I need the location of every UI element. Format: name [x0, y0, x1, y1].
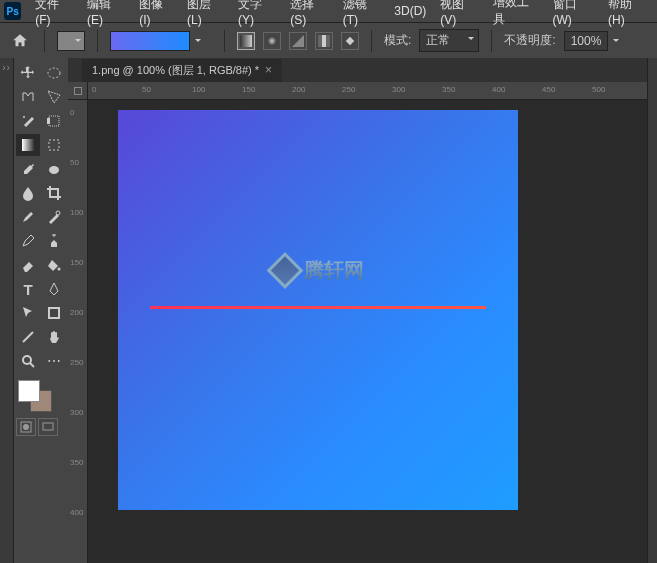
svg-point-12 — [56, 211, 60, 215]
opacity-input[interactable]: 100% — [564, 31, 609, 51]
svg-point-13 — [58, 268, 61, 271]
svg-rect-14 — [49, 308, 59, 318]
svg-rect-8 — [47, 118, 50, 124]
gradient-tool-icon[interactable] — [16, 134, 40, 156]
watermark-logo-icon — [267, 252, 304, 289]
menu-window[interactable]: 窗口(W) — [547, 0, 600, 29]
divider — [491, 30, 492, 52]
divider — [44, 30, 45, 52]
svg-rect-20 — [43, 423, 53, 430]
menu-edit[interactable]: 编辑(E) — [81, 0, 131, 29]
home-button[interactable] — [8, 29, 32, 53]
menu-help[interactable]: 帮助(H) — [602, 0, 653, 29]
tab-title: 1.png @ 100% (图层 1, RGB/8#) * — [92, 63, 259, 78]
menu-layer[interactable]: 图层(L) — [181, 0, 230, 29]
svg-point-11 — [49, 166, 59, 174]
type-tool-icon[interactable]: T — [16, 278, 40, 300]
svg-rect-9 — [22, 139, 34, 151]
ruler-origin[interactable] — [68, 82, 88, 100]
shape-tool-icon[interactable] — [42, 302, 66, 324]
close-icon[interactable]: × — [265, 63, 272, 77]
blob-tool-icon[interactable] — [42, 158, 66, 180]
path-select-icon[interactable] — [16, 302, 40, 324]
document-tab[interactable]: 1.png @ 100% (图层 1, RGB/8#) * × — [82, 59, 282, 82]
document-tab-bar: 1.png @ 100% (图层 1, RGB/8#) * × — [68, 58, 647, 82]
app-icon: Ps — [4, 2, 21, 20]
eraser-tool-icon[interactable] — [16, 254, 40, 276]
opacity-label: 不透明度: — [504, 32, 555, 49]
drop-tool-icon[interactable] — [16, 182, 40, 204]
line-tool-icon[interactable] — [16, 326, 40, 348]
gradient-preview[interactable] — [110, 31, 190, 51]
watermark-text: 腾轩网 — [304, 257, 364, 284]
watermark: 腾轩网 — [272, 257, 364, 284]
gradient-linear-icon[interactable] — [237, 32, 255, 50]
vertical-ruler[interactable]: 0 50 100 150 200 250 300 350 400 — [68, 100, 88, 563]
menu-view[interactable]: 视图(V) — [434, 0, 484, 29]
foreground-swatch-picker[interactable] — [57, 31, 85, 51]
horizontal-ruler[interactable]: 0 50 100 150 200 250 300 350 400 450 500 — [88, 82, 647, 100]
svg-point-19 — [23, 424, 29, 430]
zoom-tool-icon[interactable] — [16, 350, 40, 372]
gradient-angle-icon[interactable] — [289, 32, 307, 50]
divider — [97, 30, 98, 52]
toolbox: T ⋯ — [14, 58, 68, 563]
menu-filter[interactable]: 滤镜(T) — [337, 0, 387, 29]
menu-image[interactable]: 图像(I) — [133, 0, 179, 29]
marquee-tool-icon[interactable] — [42, 62, 66, 84]
more-tools-icon[interactable]: ⋯ — [42, 350, 66, 372]
svg-rect-4 — [346, 36, 354, 44]
pen-tool-icon[interactable] — [42, 278, 66, 300]
canvas-viewport[interactable]: 腾轩网 — [88, 100, 647, 563]
foreground-color[interactable] — [18, 380, 40, 402]
move-tool-icon[interactable] — [16, 62, 40, 84]
gradient-diamond-icon[interactable] — [341, 32, 359, 50]
menu-type[interactable]: 文字(Y) — [232, 0, 282, 29]
divider — [371, 30, 372, 52]
eyedropper-tool-icon[interactable] — [16, 158, 40, 180]
crop-frame-icon[interactable] — [42, 110, 66, 132]
rect-marquee-icon[interactable] — [42, 134, 66, 156]
color-swatches[interactable] — [16, 380, 54, 412]
divider — [224, 30, 225, 52]
drawn-line — [150, 306, 486, 309]
svg-rect-3 — [322, 35, 326, 47]
svg-rect-0 — [240, 35, 252, 47]
workspace: 1.png @ 100% (图层 1, RGB/8#) * × 0 50 100… — [68, 58, 647, 563]
svg-point-16 — [23, 356, 31, 364]
gradient-radial-icon[interactable] — [263, 32, 281, 50]
healing-tool-icon[interactable] — [42, 206, 66, 228]
wand-tool-icon[interactable] — [16, 110, 40, 132]
bucket-tool-icon[interactable] — [42, 254, 66, 276]
menu-bar: Ps 文件(F) 编辑(E) 图像(I) 图层(L) 文字(Y) 选择(S) 滤… — [0, 0, 657, 22]
menu-file[interactable]: 文件(F) — [29, 0, 79, 29]
quickmask-icon[interactable] — [16, 418, 36, 436]
lasso-tool-icon[interactable] — [16, 86, 40, 108]
mode-dropdown[interactable]: 正常 — [419, 29, 479, 52]
document-canvas[interactable]: 腾轩网 — [118, 110, 518, 510]
clone-tool-icon[interactable] — [42, 230, 66, 252]
svg-point-5 — [48, 68, 60, 78]
right-collapse-strip[interactable] — [647, 58, 657, 563]
svg-point-6 — [23, 116, 25, 118]
gradient-reflected-icon[interactable] — [315, 32, 333, 50]
crop-tool-icon[interactable] — [42, 182, 66, 204]
svg-line-17 — [30, 363, 34, 367]
brush-tool-icon[interactable] — [16, 206, 40, 228]
svg-rect-10 — [49, 140, 59, 150]
menu-select[interactable]: 选择(S) — [284, 0, 334, 29]
pencil-tool-icon[interactable] — [16, 230, 40, 252]
svg-point-1 — [267, 36, 277, 46]
svg-line-15 — [23, 332, 33, 342]
polygon-lasso-icon[interactable] — [42, 86, 66, 108]
screenmode-icon[interactable] — [38, 418, 58, 436]
panel-collapse-strip[interactable]: ›› — [0, 58, 14, 563]
svg-rect-7 — [49, 116, 59, 126]
menu-3d[interactable]: 3D(D) — [388, 2, 432, 20]
hand-tool-icon[interactable] — [42, 326, 66, 348]
mode-label: 模式: — [384, 32, 411, 49]
menu-plugins[interactable]: 增效工具 — [487, 0, 545, 30]
